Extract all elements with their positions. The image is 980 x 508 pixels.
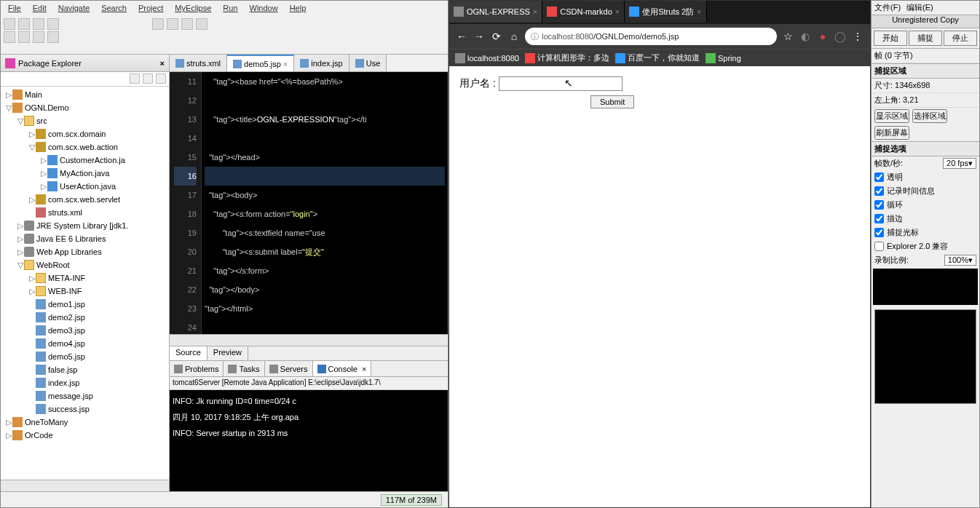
opt-transparent[interactable] bbox=[874, 172, 884, 182]
opt-cursor[interactable] bbox=[874, 228, 884, 237]
back-button[interactable]: ← bbox=[455, 31, 468, 42]
tree-item[interactable]: ▽OGNLDemo bbox=[1, 101, 169, 114]
opt-time[interactable] bbox=[874, 186, 884, 196]
tree-item[interactable]: ▷CustomerAction.ja bbox=[1, 154, 169, 167]
home-button[interactable]: ⌂ bbox=[507, 31, 521, 42]
ext2-icon[interactable]: ● bbox=[816, 31, 829, 42]
site-info-icon[interactable]: ⓘ bbox=[531, 31, 539, 42]
browser-tab[interactable]: OGNL-EXPRESS× bbox=[449, 1, 542, 23]
username-input[interactable] bbox=[499, 76, 623, 91]
capture-button[interactable]: 捕捉 bbox=[909, 31, 942, 46]
menu-edit[interactable]: Edit bbox=[28, 2, 51, 15]
collapse-icon[interactable] bbox=[130, 74, 140, 84]
class-icon[interactable] bbox=[196, 18, 208, 30]
tree-item[interactable]: ▷com.scx.web.servlet bbox=[1, 193, 169, 206]
run-icon[interactable] bbox=[167, 18, 178, 30]
debug-icon[interactable] bbox=[152, 18, 164, 30]
ext1-icon[interactable]: ◐ bbox=[799, 31, 812, 42]
menu-run[interactable]: Run bbox=[218, 2, 242, 15]
tab-servers[interactable]: Servers bbox=[265, 361, 313, 376]
start-button[interactable]: 开始 bbox=[874, 31, 907, 46]
tree-item[interactable]: demo4.jsp bbox=[1, 337, 169, 350]
tree-item[interactable]: ▷OrCode bbox=[1, 429, 169, 442]
editor-tab[interactable]: demo5.jsp × bbox=[227, 55, 294, 71]
menu-search[interactable]: Search bbox=[97, 2, 131, 15]
tree-item[interactable]: struts.xml bbox=[1, 206, 169, 219]
bookmark[interactable]: 计算机图形学：多边 bbox=[525, 52, 609, 63]
cap-menu-edit[interactable]: 编辑(E) bbox=[906, 2, 933, 13]
tree-item[interactable]: ▷UserAction.java bbox=[1, 180, 169, 193]
refresh-button[interactable]: 刷新屏幕 bbox=[874, 126, 909, 140]
opt-border[interactable] bbox=[874, 214, 884, 223]
tree-item[interactable]: ▷OneToMany bbox=[1, 416, 169, 429]
forward-button[interactable]: → bbox=[473, 31, 486, 42]
fps-select[interactable]: 20 fps▾ bbox=[943, 158, 976, 169]
close-icon[interactable]: × bbox=[160, 59, 165, 68]
editor-tab[interactable]: index.jsp bbox=[294, 55, 349, 71]
tab-tasks[interactable]: Tasks bbox=[224, 361, 264, 376]
tab-source[interactable]: Source bbox=[170, 346, 208, 360]
tab-console[interactable]: Console × bbox=[313, 361, 372, 376]
tree-item[interactable]: demo5.jsp bbox=[1, 350, 169, 363]
tree-item[interactable]: ▽WebRoot bbox=[1, 258, 169, 271]
scrollbar-horizontal[interactable] bbox=[1, 480, 169, 491]
tree-item[interactable]: demo3.jsp bbox=[1, 324, 169, 337]
menu-file[interactable]: File bbox=[4, 2, 25, 15]
bookmark[interactable]: 百度一下，你就知道 bbox=[615, 52, 700, 63]
forward-icon[interactable] bbox=[47, 31, 59, 43]
link-icon[interactable] bbox=[143, 74, 153, 84]
tree-item[interactable]: ▽com.scx.web.action bbox=[1, 140, 169, 154]
tab-preview[interactable]: Preview bbox=[208, 346, 248, 360]
tree-item[interactable]: false.jsp bbox=[1, 363, 169, 376]
menu-icon[interactable] bbox=[156, 74, 166, 84]
new-icon[interactable] bbox=[4, 18, 15, 30]
tree-item[interactable]: ▷WEB-INF bbox=[1, 285, 169, 298]
submit-button[interactable]: Submit bbox=[590, 95, 634, 108]
tree-item[interactable]: demo2.jsp bbox=[1, 311, 169, 324]
tree-item[interactable]: ▷META-INF bbox=[1, 271, 169, 285]
menu-project[interactable]: Project bbox=[134, 2, 167, 15]
star-icon[interactable]: ☆ bbox=[781, 31, 794, 42]
ratio-select[interactable]: 100%▾ bbox=[944, 255, 976, 266]
tree-item[interactable]: ▷com.scx.domain bbox=[1, 127, 169, 140]
editor-tab[interactable]: Use bbox=[349, 55, 387, 71]
opt-loop[interactable] bbox=[874, 200, 884, 210]
select-region-button[interactable]: 选择区域 bbox=[912, 109, 947, 123]
tree-item[interactable]: ▷Java EE 6 Libraries bbox=[1, 232, 169, 245]
bookmark[interactable]: localhost:8080 bbox=[455, 53, 519, 63]
ext3-icon[interactable]: ◯ bbox=[834, 31, 847, 42]
cap-menu-file[interactable]: 文件(F) bbox=[874, 2, 901, 13]
tree-item[interactable]: ▷Main bbox=[1, 88, 169, 101]
back-icon[interactable] bbox=[33, 31, 44, 43]
console-output[interactable]: INFO: Jk running ID=0 time=0/24 c四月 10, … bbox=[170, 390, 448, 491]
tree-item[interactable]: ▽src bbox=[1, 114, 169, 127]
editor-tab[interactable]: struts.xml bbox=[170, 55, 227, 71]
undo-icon[interactable] bbox=[4, 31, 15, 43]
show-region-button[interactable]: 显示区域 bbox=[874, 109, 909, 123]
opt-compat[interactable] bbox=[874, 242, 884, 251]
tree-item[interactable]: index.jsp bbox=[1, 376, 169, 389]
tab-problems[interactable]: Problems bbox=[170, 361, 224, 376]
print-icon[interactable] bbox=[47, 18, 59, 30]
stop-button[interactable]: 停止 bbox=[944, 31, 977, 46]
menu-button[interactable]: ⋮ bbox=[851, 31, 864, 42]
tree-item[interactable]: demo1.jsp bbox=[1, 298, 169, 311]
tree-item[interactable]: ▷Web App Libraries bbox=[1, 245, 169, 258]
bookmark[interactable]: Spring bbox=[706, 53, 741, 63]
menu-window[interactable]: Window bbox=[245, 2, 282, 15]
reload-button[interactable]: ⟳ bbox=[490, 31, 503, 42]
tree-item[interactable]: ▷JRE System Library [jdk1. bbox=[1, 219, 169, 232]
editor-scrollbar[interactable] bbox=[170, 334, 448, 346]
redo-icon[interactable] bbox=[18, 31, 30, 43]
menu-navigate[interactable]: Navigate bbox=[54, 2, 94, 15]
menu-help[interactable]: Help bbox=[285, 2, 311, 15]
browser-tab[interactable]: CSDN-markdo× bbox=[542, 1, 625, 23]
open-icon[interactable] bbox=[33, 18, 44, 30]
save-icon[interactable] bbox=[18, 18, 30, 30]
tree-item[interactable]: message.jsp bbox=[1, 389, 169, 402]
tree-item[interactable]: ▷MyAction.java bbox=[1, 167, 169, 180]
code-editor[interactable]: 1112131415161718192021222324 "tag"><base… bbox=[170, 72, 448, 334]
browser-tab[interactable]: 使用Struts 2防× bbox=[625, 1, 706, 23]
tree-item[interactable]: success.jsp bbox=[1, 402, 169, 416]
menu-myeclipse[interactable]: MyEclipse bbox=[170, 2, 216, 15]
